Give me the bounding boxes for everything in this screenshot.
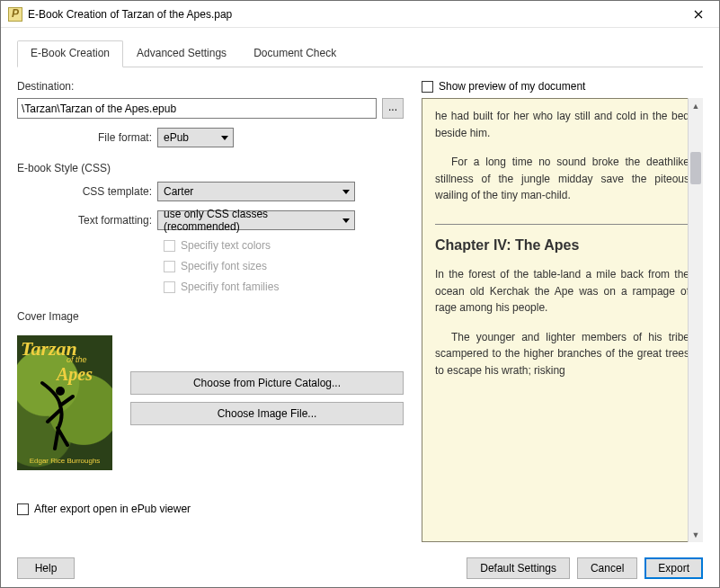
specify-sizes-label: Specifiy font sizes bbox=[181, 260, 267, 272]
svg-point-0 bbox=[56, 387, 65, 396]
specify-colors-label: Specifiy text colors bbox=[181, 239, 271, 252]
text-formatting-label: Text formatting: bbox=[17, 214, 152, 227]
browse-button[interactable]: ... bbox=[382, 98, 404, 119]
preview-pane-wrapper: Show preview of my document he had built… bbox=[422, 80, 703, 542]
cover-ofthe: of the bbox=[67, 355, 87, 364]
file-format-select[interactable]: ePub bbox=[157, 128, 234, 147]
specify-colors-row: Specifiy text colors bbox=[164, 239, 404, 252]
preview-paragraph: he had built for her who lay still and c… bbox=[435, 108, 689, 141]
show-preview-checkbox[interactable] bbox=[422, 81, 433, 93]
preview-chapter-heading: Chapter IV: The Apes bbox=[435, 237, 689, 254]
preview-paragraph: In the forest of the table-land a mile b… bbox=[435, 266, 689, 316]
preview-pane: he had built for her who lay still and c… bbox=[422, 98, 703, 542]
destination-input[interactable] bbox=[17, 98, 377, 119]
choose-from-catalog-button[interactable]: Choose from Picture Catalog... bbox=[130, 371, 404, 395]
specify-families-row: Specifiy font families bbox=[164, 281, 404, 293]
specify-sizes-row: Specifiy font sizes bbox=[164, 260, 404, 272]
css-template-value: Carter bbox=[164, 185, 193, 198]
file-format-label: File format: bbox=[17, 131, 152, 144]
help-button[interactable]: Help bbox=[17, 557, 75, 579]
css-template-label: CSS template: bbox=[17, 185, 152, 198]
cover-figure-icon bbox=[33, 379, 87, 450]
app-icon bbox=[8, 7, 22, 22]
choose-image-file-button[interactable]: Choose Image File... bbox=[130, 402, 404, 425]
style-section-label: E-book Style (CSS) bbox=[17, 162, 404, 174]
close-icon bbox=[694, 10, 703, 19]
preview-scrollbar[interactable]: ▲ ▼ bbox=[688, 98, 703, 542]
scroll-thumb[interactable] bbox=[690, 152, 701, 184]
preview-paragraph: For a long time no sound broke the death… bbox=[435, 154, 689, 204]
tab-advanced-settings[interactable]: Advanced Settings bbox=[123, 40, 240, 67]
close-button[interactable] bbox=[678, 1, 719, 28]
text-formatting-value: use only CSS classes (recommended) bbox=[164, 208, 340, 233]
tab-bar: E-Book Creation Advanced Settings Docume… bbox=[17, 40, 703, 67]
preview-paragraph: The younger and lighter members of his t… bbox=[435, 329, 689, 379]
specify-families-label: Specifiy font families bbox=[181, 281, 279, 293]
scroll-down-icon[interactable]: ▼ bbox=[689, 527, 703, 542]
tab-document-check[interactable]: Document Check bbox=[240, 40, 350, 67]
default-settings-button[interactable]: Default Settings bbox=[467, 557, 570, 579]
cover-section-label: Cover Image bbox=[17, 310, 404, 323]
destination-label: Destination: bbox=[17, 80, 404, 93]
text-formatting-select[interactable]: use only CSS classes (recommended) bbox=[157, 210, 355, 230]
cancel-button[interactable]: Cancel bbox=[577, 557, 637, 579]
cover-author: Edgar Rice Burroughs bbox=[17, 457, 112, 465]
show-preview-label: Show preview of my document bbox=[439, 80, 585, 93]
specify-colors-checkbox bbox=[164, 240, 175, 252]
title-bar: E-Book Creation of Tarzan of the Apes.pa… bbox=[1, 1, 719, 28]
cover-image: Tarzan of the Apes Edgar Rice Burroughs bbox=[17, 335, 112, 470]
specify-families-checkbox bbox=[164, 281, 175, 293]
after-export-checkbox[interactable] bbox=[17, 503, 29, 515]
scroll-up-icon[interactable]: ▲ bbox=[689, 98, 703, 113]
export-button[interactable]: Export bbox=[644, 557, 703, 579]
file-format-value: ePub bbox=[164, 131, 189, 144]
tab-ebook-creation[interactable]: E-Book Creation bbox=[17, 40, 123, 67]
settings-pane: Destination: ... File format: ePub E-boo… bbox=[17, 80, 404, 542]
dialog-footer: Help Default Settings Cancel Export bbox=[1, 549, 719, 587]
window-title: E-Book Creation of Tarzan of the Apes.pa… bbox=[28, 8, 678, 21]
cover-title-2: Apes bbox=[57, 364, 93, 385]
preview-divider bbox=[435, 224, 689, 225]
after-export-label: After export open in ePub viewer bbox=[34, 503, 191, 515]
css-template-select[interactable]: Carter bbox=[157, 182, 355, 201]
specify-sizes-checkbox bbox=[164, 261, 175, 272]
